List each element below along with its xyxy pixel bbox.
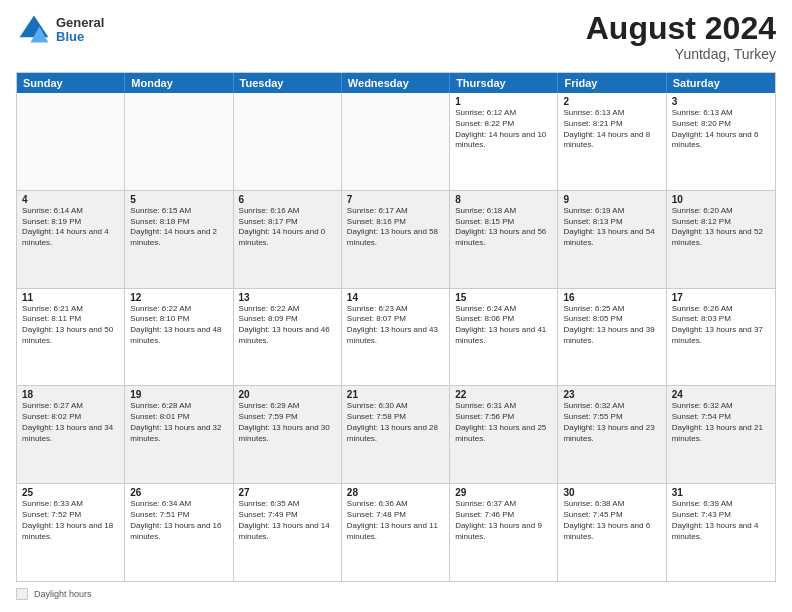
day-number: 16 (563, 292, 660, 303)
day-cell: 22Sunrise: 6:31 AMSunset: 7:56 PMDayligh… (450, 386, 558, 483)
day-number: 26 (130, 487, 227, 498)
day-cell: 11Sunrise: 6:21 AMSunset: 8:11 PMDayligh… (17, 289, 125, 386)
day-info: Sunrise: 6:32 AMSunset: 7:55 PMDaylight:… (563, 401, 660, 444)
day-number: 9 (563, 194, 660, 205)
logo: General Blue (16, 12, 104, 48)
day-header-thursday: Thursday (450, 73, 558, 93)
day-info: Sunrise: 6:25 AMSunset: 8:05 PMDaylight:… (563, 304, 660, 347)
day-header-monday: Monday (125, 73, 233, 93)
calendar: SundayMondayTuesdayWednesdayThursdayFrid… (16, 72, 776, 582)
day-cell: 9Sunrise: 6:19 AMSunset: 8:13 PMDaylight… (558, 191, 666, 288)
day-number: 3 (672, 96, 770, 107)
day-cell: 8Sunrise: 6:18 AMSunset: 8:15 PMDaylight… (450, 191, 558, 288)
day-cell: 12Sunrise: 6:22 AMSunset: 8:10 PMDayligh… (125, 289, 233, 386)
day-cell: 30Sunrise: 6:38 AMSunset: 7:45 PMDayligh… (558, 484, 666, 581)
day-cell (17, 93, 125, 190)
logo-general: General (56, 16, 104, 30)
day-cell: 25Sunrise: 6:33 AMSunset: 7:52 PMDayligh… (17, 484, 125, 581)
day-number: 31 (672, 487, 770, 498)
day-info: Sunrise: 6:14 AMSunset: 8:19 PMDaylight:… (22, 206, 119, 249)
day-info: Sunrise: 6:12 AMSunset: 8:22 PMDaylight:… (455, 108, 552, 151)
day-cell: 29Sunrise: 6:37 AMSunset: 7:46 PMDayligh… (450, 484, 558, 581)
day-cell: 20Sunrise: 6:29 AMSunset: 7:59 PMDayligh… (234, 386, 342, 483)
day-cell: 7Sunrise: 6:17 AMSunset: 8:16 PMDaylight… (342, 191, 450, 288)
day-info: Sunrise: 6:36 AMSunset: 7:48 PMDaylight:… (347, 499, 444, 542)
day-info: Sunrise: 6:19 AMSunset: 8:13 PMDaylight:… (563, 206, 660, 249)
day-number: 28 (347, 487, 444, 498)
day-number: 30 (563, 487, 660, 498)
day-number: 5 (130, 194, 227, 205)
day-info: Sunrise: 6:29 AMSunset: 7:59 PMDaylight:… (239, 401, 336, 444)
day-info: Sunrise: 6:15 AMSunset: 8:18 PMDaylight:… (130, 206, 227, 249)
day-number: 24 (672, 389, 770, 400)
day-cell: 14Sunrise: 6:23 AMSunset: 8:07 PMDayligh… (342, 289, 450, 386)
day-cell: 31Sunrise: 6:39 AMSunset: 7:43 PMDayligh… (667, 484, 775, 581)
day-number: 1 (455, 96, 552, 107)
day-number: 12 (130, 292, 227, 303)
day-number: 14 (347, 292, 444, 303)
day-info: Sunrise: 6:26 AMSunset: 8:03 PMDaylight:… (672, 304, 770, 347)
svg-marker-0 (20, 16, 49, 38)
day-header-friday: Friday (558, 73, 666, 93)
day-number: 6 (239, 194, 336, 205)
legend-label: Daylight hours (34, 589, 92, 599)
day-number: 7 (347, 194, 444, 205)
day-number: 11 (22, 292, 119, 303)
day-cell: 17Sunrise: 6:26 AMSunset: 8:03 PMDayligh… (667, 289, 775, 386)
day-cell: 13Sunrise: 6:22 AMSunset: 8:09 PMDayligh… (234, 289, 342, 386)
logo-blue: Blue (56, 30, 104, 44)
day-cell: 18Sunrise: 6:27 AMSunset: 8:02 PMDayligh… (17, 386, 125, 483)
day-cell: 3Sunrise: 6:13 AMSunset: 8:20 PMDaylight… (667, 93, 775, 190)
day-number: 29 (455, 487, 552, 498)
day-cell: 23Sunrise: 6:32 AMSunset: 7:55 PMDayligh… (558, 386, 666, 483)
day-cell: 6Sunrise: 6:16 AMSunset: 8:17 PMDaylight… (234, 191, 342, 288)
day-number: 27 (239, 487, 336, 498)
generalblue-logo-icon (16, 12, 52, 48)
logo-text: General Blue (56, 16, 104, 45)
day-cell: 4Sunrise: 6:14 AMSunset: 8:19 PMDaylight… (17, 191, 125, 288)
day-info: Sunrise: 6:17 AMSunset: 8:16 PMDaylight:… (347, 206, 444, 249)
day-info: Sunrise: 6:27 AMSunset: 8:02 PMDaylight:… (22, 401, 119, 444)
legend-box (16, 588, 28, 600)
day-number: 10 (672, 194, 770, 205)
day-info: Sunrise: 6:22 AMSunset: 8:09 PMDaylight:… (239, 304, 336, 347)
day-info: Sunrise: 6:39 AMSunset: 7:43 PMDaylight:… (672, 499, 770, 542)
week-row-2: 4Sunrise: 6:14 AMSunset: 8:19 PMDaylight… (17, 190, 775, 288)
day-info: Sunrise: 6:28 AMSunset: 8:01 PMDaylight:… (130, 401, 227, 444)
day-number: 22 (455, 389, 552, 400)
day-info: Sunrise: 6:13 AMSunset: 8:20 PMDaylight:… (672, 108, 770, 151)
day-info: Sunrise: 6:13 AMSunset: 8:21 PMDaylight:… (563, 108, 660, 151)
day-number: 21 (347, 389, 444, 400)
day-cell: 27Sunrise: 6:35 AMSunset: 7:49 PMDayligh… (234, 484, 342, 581)
day-info: Sunrise: 6:31 AMSunset: 7:56 PMDaylight:… (455, 401, 552, 444)
day-info: Sunrise: 6:16 AMSunset: 8:17 PMDaylight:… (239, 206, 336, 249)
day-info: Sunrise: 6:33 AMSunset: 7:52 PMDaylight:… (22, 499, 119, 542)
day-cell: 10Sunrise: 6:20 AMSunset: 8:12 PMDayligh… (667, 191, 775, 288)
week-row-3: 11Sunrise: 6:21 AMSunset: 8:11 PMDayligh… (17, 288, 775, 386)
day-header-saturday: Saturday (667, 73, 775, 93)
day-info: Sunrise: 6:37 AMSunset: 7:46 PMDaylight:… (455, 499, 552, 542)
day-cell: 5Sunrise: 6:15 AMSunset: 8:18 PMDaylight… (125, 191, 233, 288)
page: General Blue August 2024 Yuntdag, Turkey… (0, 0, 792, 612)
day-cell: 1Sunrise: 6:12 AMSunset: 8:22 PMDaylight… (450, 93, 558, 190)
day-info: Sunrise: 6:32 AMSunset: 7:54 PMDaylight:… (672, 401, 770, 444)
day-cell: 16Sunrise: 6:25 AMSunset: 8:05 PMDayligh… (558, 289, 666, 386)
day-header-sunday: Sunday (17, 73, 125, 93)
day-header-wednesday: Wednesday (342, 73, 450, 93)
day-number: 18 (22, 389, 119, 400)
day-info: Sunrise: 6:21 AMSunset: 8:11 PMDaylight:… (22, 304, 119, 347)
day-number: 25 (22, 487, 119, 498)
day-cell: 2Sunrise: 6:13 AMSunset: 8:21 PMDaylight… (558, 93, 666, 190)
day-header-tuesday: Tuesday (234, 73, 342, 93)
day-info: Sunrise: 6:23 AMSunset: 8:07 PMDaylight:… (347, 304, 444, 347)
day-info: Sunrise: 6:22 AMSunset: 8:10 PMDaylight:… (130, 304, 227, 347)
day-cell: 21Sunrise: 6:30 AMSunset: 7:58 PMDayligh… (342, 386, 450, 483)
day-number: 4 (22, 194, 119, 205)
day-number: 19 (130, 389, 227, 400)
day-cell: 26Sunrise: 6:34 AMSunset: 7:51 PMDayligh… (125, 484, 233, 581)
location: Yuntdag, Turkey (586, 46, 776, 62)
day-cell (234, 93, 342, 190)
day-cell: 19Sunrise: 6:28 AMSunset: 8:01 PMDayligh… (125, 386, 233, 483)
week-row-5: 25Sunrise: 6:33 AMSunset: 7:52 PMDayligh… (17, 483, 775, 581)
day-info: Sunrise: 6:35 AMSunset: 7:49 PMDaylight:… (239, 499, 336, 542)
